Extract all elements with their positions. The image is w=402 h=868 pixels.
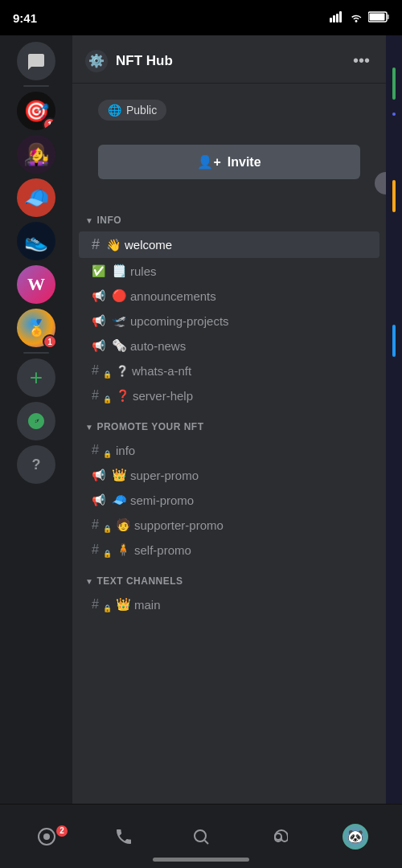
visibility-label: Public — [126, 104, 157, 117]
section-header-promote[interactable]: ▼ PROMOTE YOUR NFT — [72, 408, 386, 437]
status-icons — [330, 11, 389, 25]
sidebar-item-help[interactable]: ? — [17, 445, 55, 484]
sidebar-item-messages[interactable] — [17, 42, 55, 80]
channel-item-main[interactable]: #🔒 👑main — [79, 592, 379, 616]
channel-item-supporter-promo[interactable]: #🔒 🧑supporter-promo — [79, 513, 379, 537]
right-indicator-blue — [392, 113, 396, 116]
invite-label: Invite — [228, 155, 261, 170]
plus-icon: + — [30, 366, 43, 389]
channel-item-welcome[interactable]: # 👋welcome — [79, 231, 379, 258]
svg-rect-1 — [333, 15, 335, 23]
sidebar-divider — [23, 85, 49, 87]
channel-panel: ⚙️ NFT Hub ••• 🌐 Public 👤+ Invite ▼ INFO… — [72, 35, 386, 804]
sidebar-item-add-server[interactable]: + — [17, 358, 55, 397]
channel-item-self-promo[interactable]: #🔒 🧍self-promo — [79, 538, 379, 562]
hash-lock-icon4: #🔒 — [92, 518, 109, 532]
phone-icon — [114, 827, 133, 846]
section-label-textchannels: TEXT CHANNELS — [96, 575, 183, 587]
hash-icon: # — [92, 236, 100, 253]
avatar: 🐼 — [343, 824, 368, 850]
sidebar-item-server3[interactable]: 🧢 — [17, 178, 55, 217]
server-name: NFT Hub — [116, 53, 173, 69]
at-icon — [269, 827, 288, 846]
person-add-icon: 👤+ — [197, 154, 220, 170]
chevron-icon: ▼ — [85, 216, 93, 225]
channel-name-self-promo: 🧍self-promo — [116, 542, 191, 557]
channel-name-rules: 🗒️rules — [112, 264, 157, 278]
battery-icon — [368, 11, 389, 25]
nav-item-messages[interactable]: 2 — [23, 827, 71, 846]
server-sidebar: 🎯 1 👩‍🎤 🧢 👟 W 🏅 1 + ? — [0, 35, 72, 804]
server-title-area: ⚙️ NFT Hub — [85, 50, 173, 72]
check-icon: ✅ — [92, 264, 105, 277]
section-header-textchannels[interactable]: ▼ TEXT CHANNELS — [72, 563, 386, 592]
search-icon — [191, 827, 211, 846]
sidebar-item-explore[interactable] — [17, 402, 55, 440]
sidebar-divider2 — [23, 352, 49, 354]
svg-rect-0 — [330, 18, 332, 23]
channel-item-semi-promo[interactable]: 📢 🧢semi-promo — [79, 488, 379, 512]
chevron-icon3: ▼ — [85, 577, 93, 586]
megaphone-icon: 📢 — [92, 289, 105, 302]
channel-name-info: info — [116, 444, 135, 457]
channel-name-auto-news: 🗞️auto-news — [112, 338, 186, 353]
section-label-promote: PROMOTE YOUR NFT — [96, 421, 203, 432]
channel-name-welcome: 👋welcome — [106, 238, 172, 252]
channel-item-auto-news[interactable]: 📢 🗞️auto-news — [79, 334, 379, 358]
server1-badge: 1 — [43, 117, 55, 130]
hash-lock-icon6: #🔒 — [92, 597, 109, 612]
compass-icon — [27, 411, 46, 431]
hash-lock-icon3: #🔒 — [92, 443, 109, 457]
nav-item-phone[interactable] — [100, 827, 148, 846]
channel-name-announcements: 🔴announcements — [112, 289, 216, 303]
sidebar-item-server6[interactable]: 🏅 1 — [17, 309, 55, 347]
channel-name-server-help: ❓server-help — [116, 389, 193, 403]
channel-name-supporter-promo: 🧑supporter-promo — [116, 518, 224, 532]
svg-rect-6 — [387, 14, 389, 19]
more-options-button[interactable]: ••• — [350, 48, 373, 73]
invite-button[interactable]: 👤+ Invite — [98, 145, 360, 179]
channel-name-main: 👑main — [116, 597, 161, 612]
channel-item-upcoming-projects[interactable]: 📢 🛫upcoming-projects — [79, 309, 379, 333]
sidebar-item-server5[interactable]: W — [17, 265, 55, 304]
right-indicator-blue2 — [392, 325, 396, 357]
server-gear-icon[interactable]: ⚙️ — [85, 50, 108, 72]
nav-item-search[interactable] — [177, 827, 225, 846]
signal-icon — [330, 11, 344, 25]
megaphone-icon3: 📢 — [92, 339, 105, 352]
home-indicator — [153, 858, 249, 862]
chevron-icon2: ▼ — [85, 423, 93, 432]
channel-name-upcoming-projects: 🛫upcoming-projects — [112, 313, 229, 328]
svg-rect-3 — [339, 11, 342, 23]
hash-lock-icon: #🔒 — [92, 363, 109, 378]
hash-lock-icon5: #🔒 — [92, 542, 109, 557]
public-badge[interactable]: 🌐 Public — [98, 100, 166, 121]
channel-name-whats-a-nft: ❔whats-a-nft — [116, 364, 191, 378]
sidebar-item-server4[interactable]: 👟 — [17, 222, 55, 260]
globe-icon: 🌐 — [108, 104, 121, 117]
channel-item-whats-a-nft[interactable]: #🔒 ❔whats-a-nft — [79, 358, 379, 383]
sidebar-item-server1[interactable]: 🎯 1 — [17, 92, 55, 130]
right-indicators — [386, 35, 402, 804]
messages-badge: 2 — [55, 824, 69, 838]
channel-name-semi-promo: 🧢semi-promo — [112, 493, 194, 507]
channel-item-info[interactable]: #🔒 info — [79, 438, 379, 462]
status-bar: 9:41 — [0, 0, 402, 35]
question-icon: ? — [32, 457, 41, 473]
wifi-icon — [349, 11, 363, 25]
section-label-info: INFO — [96, 215, 121, 226]
megaphone-icon5: 📢 — [92, 493, 105, 506]
section-header-info[interactable]: ▼ INFO — [72, 202, 386, 231]
server6-badge: 1 — [43, 334, 57, 349]
channel-item-super-promo[interactable]: 📢 👑super-promo — [79, 463, 379, 487]
channel-item-server-help[interactable]: #🔒 ❓server-help — [79, 383, 379, 407]
channel-item-rules[interactable]: ✅ 🗒️rules — [79, 259, 379, 283]
status-time: 9:41 — [13, 11, 37, 25]
chat-icon — [37, 827, 56, 846]
server-header: ⚙️ NFT Hub ••• — [72, 35, 386, 84]
sidebar-item-server2[interactable]: 👩‍🎤 — [17, 135, 55, 174]
nav-item-mention[interactable] — [254, 827, 302, 846]
svg-point-8 — [43, 833, 50, 840]
nav-item-profile[interactable]: 🐼 — [331, 824, 379, 850]
channel-item-announcements[interactable]: 📢 🔴announcements — [79, 284, 379, 308]
